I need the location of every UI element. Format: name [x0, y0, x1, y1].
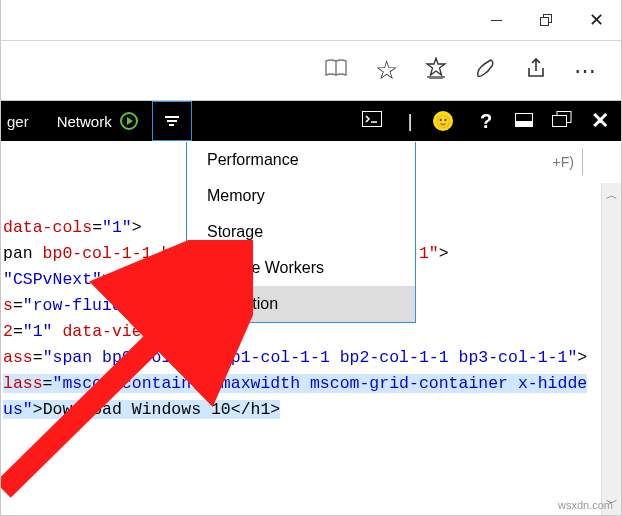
- code-val: "1": [102, 218, 132, 237]
- play-icon: [120, 112, 138, 130]
- vertical-scrollbar[interactable]: ︿ ﹀: [601, 183, 621, 516]
- close-window-button[interactable]: ✕: [571, 0, 621, 40]
- menu-item-storage[interactable]: Storage: [187, 214, 415, 250]
- reading-view-icon[interactable]: [323, 59, 349, 82]
- dock-bottom-icon[interactable]: [509, 111, 539, 132]
- favorites-list-icon[interactable]: [423, 57, 449, 84]
- book-icon: [325, 59, 347, 77]
- minimize-button[interactable]: [471, 0, 521, 40]
- close-icon: ✕: [589, 9, 604, 31]
- maximize-icon: [540, 14, 552, 26]
- browser-toolbar: ☆ ⋯: [1, 41, 621, 101]
- menu-item-emulation[interactable]: Emulation: [187, 286, 415, 322]
- chevron-down-icon: [165, 116, 179, 126]
- feedback-icon[interactable]: 🙂: [433, 111, 463, 131]
- favorite-star-icon[interactable]: ☆: [373, 55, 399, 86]
- smiley-icon: 🙂: [433, 111, 453, 131]
- help-icon[interactable]: ?: [471, 110, 501, 133]
- devtools-tab-network[interactable]: Network: [43, 101, 152, 141]
- watermark: wsxdn.com: [558, 499, 613, 511]
- scroll-up-icon[interactable]: ︿: [606, 183, 618, 208]
- devtools-right-controls: | 🙂 ? ✕: [357, 108, 621, 134]
- network-tab-label: Network: [57, 113, 112, 130]
- share-icon[interactable]: [523, 57, 549, 84]
- devtools-close-icon[interactable]: ✕: [585, 108, 615, 134]
- devtools-header: ger Network | 🙂 ? ✕: [1, 101, 621, 141]
- maximize-button[interactable]: [521, 0, 571, 40]
- divider: |: [395, 111, 425, 132]
- svg-rect-6: [553, 115, 567, 126]
- devtools-tab-partial[interactable]: ger: [1, 113, 43, 130]
- more-icon[interactable]: ⋯: [573, 58, 599, 84]
- menu-item-service-workers[interactable]: Service Workers: [187, 250, 415, 286]
- svg-rect-2: [363, 111, 382, 126]
- code-attr: data-cols: [3, 218, 92, 237]
- menu-item-memory[interactable]: Memory: [187, 178, 415, 214]
- svg-rect-4: [516, 121, 533, 127]
- undock-icon[interactable]: [547, 111, 577, 132]
- more-tools-dropdown: Performance Memory Storage Service Worke…: [186, 142, 416, 323]
- minimize-icon: [491, 20, 502, 21]
- find-hint-fragment[interactable]: +F): [553, 148, 583, 176]
- window-titlebar: ✕: [1, 0, 621, 40]
- console-toggle-icon[interactable]: [357, 111, 387, 132]
- more-tools-button[interactable]: [152, 101, 192, 141]
- menu-item-performance[interactable]: Performance: [187, 142, 415, 178]
- web-note-icon[interactable]: [473, 57, 499, 84]
